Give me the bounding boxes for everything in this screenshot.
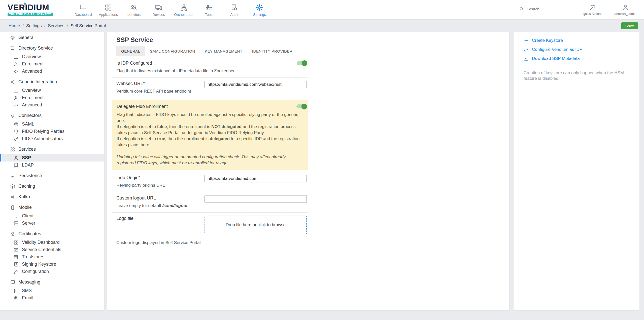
sidebar-item-mobile[interactable]: Mobile — [0, 204, 104, 211]
content: General Directory Service Overview Enrol… — [0, 32, 644, 310]
websec-url-input[interactable] — [205, 81, 307, 88]
settings-sidebar: General Directory Service Overview Enrol… — [0, 32, 104, 310]
sidebar-item-gi-advanced[interactable]: Advanced — [0, 101, 104, 109]
save-button[interactable]: Save — [621, 22, 638, 29]
sidebar-item-label: Enrollment — [22, 61, 44, 67]
sidebar-item-directory-service[interactable]: Directory Service — [0, 45, 104, 52]
download-icon — [524, 56, 529, 61]
sidebar-item-persistence[interactable]: Persistence — [0, 172, 104, 179]
users-icon — [130, 4, 137, 11]
nav-item-orchestrator[interactable]: Orchestrator — [171, 3, 196, 17]
sidebar-item-fido-authenticators[interactable]: FIDO Authenticators — [0, 135, 104, 142]
nav-item-identities[interactable]: Identities — [121, 3, 146, 17]
sidebar-item-configuration[interactable]: Configuration — [0, 268, 104, 275]
sidebar-item-gi-overview[interactable]: Overview — [0, 87, 104, 94]
tab-identity-provider[interactable]: IDENTITY PROVIDER — [247, 46, 297, 56]
sidebar-item-connectors[interactable]: Connectors — [0, 112, 104, 119]
sidebar-item-services[interactable]: Services — [0, 146, 104, 153]
nav-item-tools[interactable]: Tools — [196, 3, 222, 17]
delegate-fido-toggle[interactable] — [296, 104, 307, 108]
sidebar-item-ldap[interactable]: LDAP — [0, 162, 104, 169]
field-label: Delegate Fido Enrollment — [117, 104, 168, 109]
layers-icon — [10, 184, 15, 189]
keystore-hsm-note: Creation of keystore can only happen whe… — [524, 70, 624, 81]
sidebar-item-truststores[interactable]: Truststores — [0, 253, 104, 261]
key-icon — [14, 136, 19, 141]
topbar: VERIDIUM TRUSTED DIGITAL IDENTITY Dashbo… — [0, 0, 644, 20]
field-description: Veridium core REST API base endpoint — [116, 89, 191, 94]
configure-veridium-as-idp-link[interactable]: Configure Veridium as IDP — [524, 45, 632, 54]
breadcrumb-settings[interactable]: Settings — [26, 23, 42, 28]
sidebar-item-email[interactable]: Email — [0, 294, 104, 302]
chart-icon — [14, 54, 19, 59]
sidebar-item-generic-integration[interactable]: Generic Integration — [0, 78, 104, 86]
sidebar-item-server[interactable]: Server — [0, 220, 104, 227]
search-input[interactable] — [527, 7, 566, 11]
field-text: Logo file — [116, 216, 133, 221]
sidebar-item-gi-enrollment[interactable]: Enrollment — [0, 94, 104, 101]
sidebar-item-label: Configuration — [22, 269, 49, 274]
field-label: Logo file — [116, 216, 133, 221]
general-form: Is IDP Configured Flag that indicates ex… — [112, 57, 308, 245]
phone-icon — [14, 214, 19, 219]
sidebar-item-caching[interactable]: Caching — [0, 183, 104, 190]
nav-item-devices[interactable]: Devices — [146, 3, 171, 17]
devices-icon — [155, 4, 162, 11]
chat-icon — [10, 280, 15, 285]
sidebar-item-sms[interactable]: SMS — [0, 287, 104, 294]
sidebar-item-certificates[interactable]: Certificates — [0, 230, 104, 237]
tab-saml-configuration[interactable]: SAML CONFIGURATION — [145, 46, 200, 56]
tabs: GENERAL SAML CONFIGURATION KEY MANAGEMEN… — [112, 46, 500, 56]
lock-book-icon — [14, 262, 19, 267]
description-text: If delegation is set to — [117, 136, 157, 141]
tab-key-management[interactable]: KEY MANAGEMENT — [200, 46, 247, 56]
logo-file-dropzone[interactable]: Drop file here or click to browse — [205, 216, 307, 234]
sidebar-item-kafka[interactable]: Kafka — [0, 193, 104, 201]
user-menu[interactable]: aencica_admin — [615, 4, 636, 16]
sidebar-item-ds-overview[interactable]: Overview — [0, 53, 104, 60]
field-label: Websec URL* — [116, 81, 191, 86]
nav-item-applications[interactable]: Applications — [96, 3, 121, 17]
breadcrumb-home[interactable]: Home — [9, 23, 20, 28]
sidebar-item-service-credentials[interactable]: Service Credentials — [0, 246, 104, 253]
field-text: Websec URL* Veridium core REST API base … — [116, 81, 191, 94]
sidebar-item-label: SMS — [22, 288, 32, 293]
sidebar-item-signing-keystore[interactable]: Signing Keystore — [0, 261, 104, 268]
logo-file-description: Custom logo displayed in Self Service Po… — [112, 238, 308, 245]
sidebar-item-ssp[interactable]: SSP — [0, 154, 104, 162]
actions-panel: Create Keystore Configure Veridium as ID… — [514, 32, 639, 310]
field-control: Drop file here or click to browse — [205, 216, 307, 234]
is-idp-configured-toggle[interactable] — [297, 61, 307, 65]
sidebar-item-fido-relying-parties[interactable]: FIDO Relying Parties — [0, 128, 104, 135]
nav-label: Applications — [99, 13, 118, 17]
monitor-icon — [79, 4, 87, 11]
field-text: Fido Origin* Relying party origins URL — [116, 175, 165, 188]
sidebar-item-ds-advanced[interactable]: Advanced — [0, 68, 104, 75]
description-text: /saml/logout — [162, 203, 187, 208]
sidebar-item-label: Email — [22, 295, 33, 301]
sidebar-item-saml[interactable]: SAML — [0, 121, 104, 128]
sidebar-item-label: Advanced — [22, 69, 42, 74]
sidebar-item-client[interactable]: Client — [0, 212, 104, 220]
fido-origin-input[interactable] — [205, 175, 307, 182]
sidebar-item-validity-dashboard[interactable]: Validity Dashboard — [0, 239, 104, 246]
search-icon[interactable] — [519, 6, 524, 12]
sidebar-item-label: Server — [22, 221, 35, 226]
create-keystore-link[interactable]: Create Keystore — [524, 36, 632, 45]
nav-label: Tools — [205, 13, 213, 17]
nav-label: Devices — [152, 13, 165, 17]
download-ssp-metadata-link[interactable]: Download SSP Metadata — [524, 54, 632, 63]
quick-actions-button[interactable]: Quick Actions — [583, 4, 602, 16]
sidebar-item-messaging[interactable]: Messaging — [0, 278, 104, 286]
nav-label: Orchestrator — [174, 13, 194, 17]
logo-dot-icon — [24, 3, 26, 5]
nav-item-audit[interactable]: Audit — [222, 3, 247, 17]
nav-item-dashboard[interactable]: Dashboard — [71, 3, 96, 17]
nav-item-settings[interactable]: Settings — [247, 3, 272, 17]
veridium-logo[interactable]: VERIDIUM TRUSTED DIGITAL IDENTITY — [8, 3, 53, 16]
breadcrumb-services[interactable]: Services — [48, 23, 64, 28]
custom-logout-url-input[interactable] — [205, 195, 307, 203]
sidebar-item-general[interactable]: General — [0, 34, 104, 41]
sidebar-item-ds-enrollment[interactable]: Enrollment — [0, 60, 104, 68]
tab-general[interactable]: GENERAL — [116, 46, 145, 56]
